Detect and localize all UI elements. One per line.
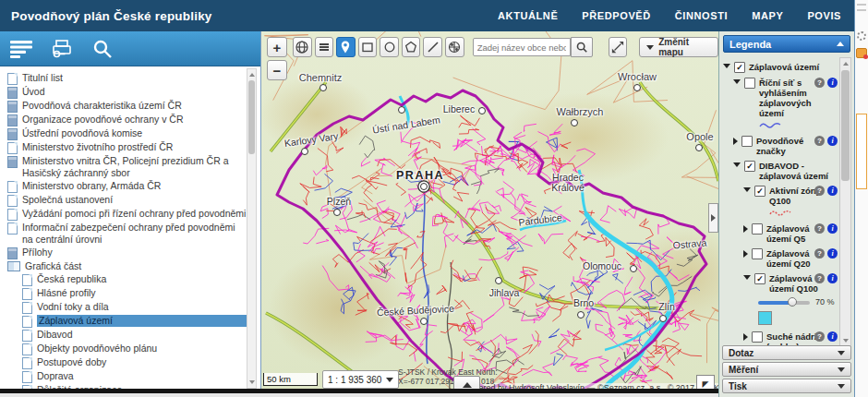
sidebar-item[interactable]: Vodní toky a díla xyxy=(4,301,247,314)
layer-checkbox[interactable] xyxy=(752,248,763,259)
polygon-select-button[interactable] xyxy=(402,37,421,57)
legend-node[interactable]: ✓Aktivní zóny Q100?i xyxy=(721,186,839,206)
sidebar-item[interactable]: Dibavod xyxy=(4,329,247,342)
expand-expander-icon[interactable] xyxy=(743,333,748,341)
line-select-button[interactable] xyxy=(423,37,442,57)
help-icon[interactable]: ? xyxy=(814,248,825,259)
sidebar-item[interactable]: Objekty povodňového plánu xyxy=(4,343,247,355)
panel-collapse-handle[interactable] xyxy=(708,203,718,233)
info-icon[interactable]: i xyxy=(827,248,838,259)
collapse-expander-icon[interactable] xyxy=(733,162,741,167)
sidebar-item[interactable]: Informační zabezpečení ochrany před povo… xyxy=(4,222,247,246)
layer-checkbox[interactable] xyxy=(744,78,755,89)
help-icon[interactable]: ? xyxy=(814,186,825,196)
layer-checkbox[interactable]: ✓ xyxy=(744,161,755,172)
zoom-out-button[interactable]: − xyxy=(267,60,287,80)
help-icon[interactable]: ? xyxy=(814,223,825,234)
legend-node[interactable]: ✓Záplavová území Q100?i xyxy=(721,273,839,294)
sidebar-item[interactable]: Povodňová charakteristika území ČR xyxy=(4,100,247,113)
help-icon[interactable]: ? xyxy=(814,331,825,342)
collapse-expander-icon[interactable] xyxy=(723,64,730,68)
slider-track[interactable] xyxy=(758,301,810,305)
panel-dotaz[interactable]: Dotaz xyxy=(722,345,851,360)
nav-item[interactable]: MAPY xyxy=(752,10,783,21)
change-map-button[interactable]: Změnit mapu xyxy=(639,37,718,57)
nav-item[interactable]: PŘEDPOVĚĎ xyxy=(582,10,650,21)
nav-item[interactable]: ČINNOSTI xyxy=(675,10,728,21)
collapse-expander-icon[interactable] xyxy=(743,187,751,192)
layer-checkbox[interactable]: ✓ xyxy=(754,273,766,284)
legend-scrollbar[interactable] xyxy=(839,57,851,347)
layer-checkbox[interactable] xyxy=(752,223,763,235)
sidebar-item[interactable]: Grafická část xyxy=(4,260,247,272)
circle-select-button[interactable] xyxy=(380,37,399,57)
expand-expander-icon[interactable] xyxy=(733,138,738,145)
scroll-down-icon[interactable] xyxy=(249,380,255,384)
layers-list-button[interactable] xyxy=(315,37,334,57)
sidebar-item[interactable]: Přílohy xyxy=(4,247,247,259)
map-search-input[interactable] xyxy=(473,38,571,56)
sidebar-item[interactable]: Organizace povodňové ochrany v ČR xyxy=(4,114,247,126)
info-icon[interactable]: i xyxy=(827,136,838,146)
layer-checkbox[interactable]: ✓ xyxy=(734,62,745,73)
sidebar-item[interactable]: Úvod xyxy=(4,86,247,99)
sidebar-item[interactable]: Ústřední povodňová komise xyxy=(4,127,247,140)
legend-header[interactable]: Legenda xyxy=(723,35,850,53)
info-icon[interactable]: i xyxy=(827,78,838,88)
scroll-up-icon[interactable] xyxy=(249,73,255,77)
expand-expander-icon[interactable] xyxy=(743,225,748,233)
gear-icon[interactable] xyxy=(857,31,866,41)
overview-globe-button[interactable] xyxy=(293,37,312,57)
collapse-expander-icon[interactable] xyxy=(743,275,751,280)
legend-node[interactable]: ✓Záplavová území xyxy=(721,62,839,73)
info-icon[interactable]: i xyxy=(827,223,838,234)
info-icon[interactable]: i xyxy=(827,331,838,342)
legend-node[interactable]: ✓DIBAVOD - záplavová území xyxy=(721,161,839,181)
sidebar-item[interactable]: Ministerstvo obrany, Armáda ČR xyxy=(4,180,247,193)
legend-node[interactable]: Říční síť s vyhlášením záplavových území… xyxy=(721,78,839,118)
sidebar-item[interactable]: Záplavová území xyxy=(4,315,247,328)
layer-checkbox[interactable] xyxy=(752,331,763,343)
help-icon[interactable]: ? xyxy=(814,78,825,88)
legend-node[interactable]: Záplavová území Q5?i xyxy=(721,223,839,244)
help-icon[interactable]: ? xyxy=(814,273,825,283)
panel-měření[interactable]: Měření xyxy=(722,362,851,377)
print-icon[interactable] xyxy=(50,37,74,61)
sidebar-item[interactable]: Hlásné profily xyxy=(4,287,247,300)
scale-select[interactable]: 1 : 1 935 360 xyxy=(322,370,399,389)
scroll-up-icon[interactable] xyxy=(843,62,849,66)
sidebar-item[interactable]: Vyžádání pomoci při řízení ochrany před … xyxy=(4,208,247,221)
nav-item[interactable]: AKTUÁLNĚ xyxy=(498,10,558,21)
info-icon[interactable]: i xyxy=(827,273,838,283)
folder-alert-icon[interactable] xyxy=(856,48,867,58)
legend-node[interactable]: Záplavová území Q20?i xyxy=(721,248,839,269)
slider-thumb[interactable] xyxy=(788,297,797,307)
rectangle-select-button[interactable] xyxy=(358,37,378,57)
expand-expander-icon[interactable] xyxy=(743,250,748,258)
coordinates-globe-button[interactable] xyxy=(445,37,464,57)
layer-checkbox[interactable] xyxy=(741,136,753,147)
opacity-slider[interactable]: 70 % xyxy=(721,297,839,307)
point-select-button[interactable] xyxy=(336,37,356,57)
sidebar-item[interactable]: Doprava xyxy=(4,370,247,383)
legend-node[interactable]: Povodňové značky?i xyxy=(721,136,839,156)
sidebar-item[interactable]: Ministerstvo vnitra ČR, Policejní prezid… xyxy=(4,155,247,179)
info-icon[interactable]: i xyxy=(827,186,838,196)
zoom-in-button[interactable]: + xyxy=(267,37,287,57)
map-canvas[interactable]: ChemnitzWrocławWałbrzychOpoleLiberecÚstí… xyxy=(261,31,718,397)
sidebar-item[interactable]: Titulní list xyxy=(4,72,247,85)
scroll-down-icon[interactable] xyxy=(843,339,849,343)
sidebar-item[interactable]: Postupové doby xyxy=(4,356,247,369)
scrollbar-thumb[interactable] xyxy=(841,70,850,181)
help-icon[interactable]: ? xyxy=(814,136,825,146)
panel-tisk[interactable]: Tisk xyxy=(722,379,851,393)
sidebar-item[interactable]: Společná ustanovení xyxy=(4,194,247,207)
sidebar-scrollbar[interactable] xyxy=(247,68,257,389)
menu-icon[interactable] xyxy=(9,37,33,61)
search-icon[interactable] xyxy=(90,37,115,61)
nav-item[interactable]: POVIS xyxy=(807,10,841,21)
fullscreen-button[interactable] xyxy=(609,37,628,57)
sidebar-item[interactable]: Česká republika xyxy=(4,273,247,286)
sidebar-item[interactable]: Ministerstvo životního prostředí ČR xyxy=(4,141,247,154)
collapse-expander-icon[interactable] xyxy=(733,79,741,84)
